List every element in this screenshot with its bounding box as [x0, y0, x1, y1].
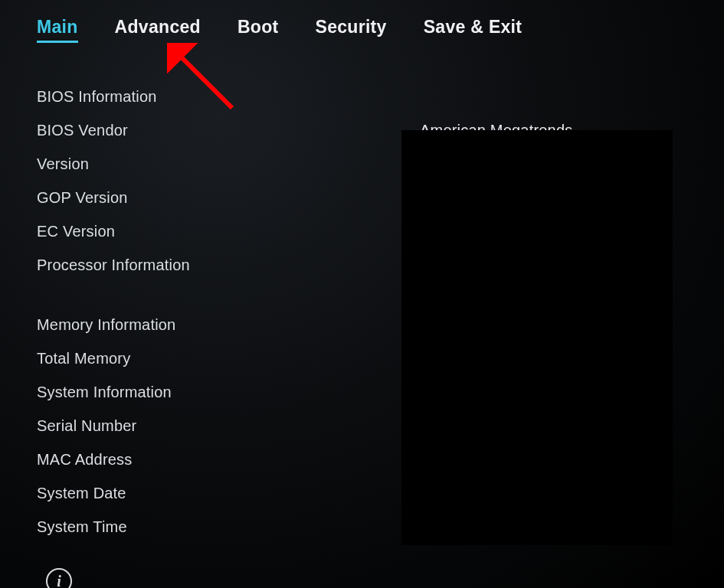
tab-security[interactable]: Security — [316, 17, 387, 43]
system-date-label[interactable]: System Date — [37, 485, 126, 502]
tab-save-exit[interactable]: Save & Exit — [424, 17, 523, 43]
bios-information-header: BIOS Information — [37, 88, 157, 106]
gop-version-label: GOP Version — [37, 189, 128, 207]
redacted-values-block — [401, 130, 673, 545]
processor-information-header: Processor Information — [37, 256, 190, 274]
tab-boot[interactable]: Boot — [238, 17, 279, 43]
system-time-label[interactable]: System Time — [37, 518, 127, 536]
serial-number-label: Serial Number — [37, 417, 136, 435]
version-label: Version — [37, 155, 89, 173]
total-memory-label: Total Memory — [37, 350, 130, 368]
system-information-header: System Information — [37, 384, 172, 401]
mac-address-label: MAC Address — [37, 451, 132, 469]
tab-advanced[interactable]: Advanced — [115, 17, 201, 43]
tab-main[interactable]: Main — [37, 17, 78, 43]
tab-bar: Main Advanced Boot Security Save & Exit — [0, 0, 724, 43]
info-icon[interactable]: i — [46, 568, 72, 588]
labels-column: BIOS Information BIOS Vendor Version GOP… — [37, 80, 420, 544]
bios-vendor-label: BIOS Vendor — [37, 122, 128, 139]
memory-information-header: Memory Information — [37, 316, 175, 334]
ec-version-label: EC Version — [37, 223, 115, 240]
